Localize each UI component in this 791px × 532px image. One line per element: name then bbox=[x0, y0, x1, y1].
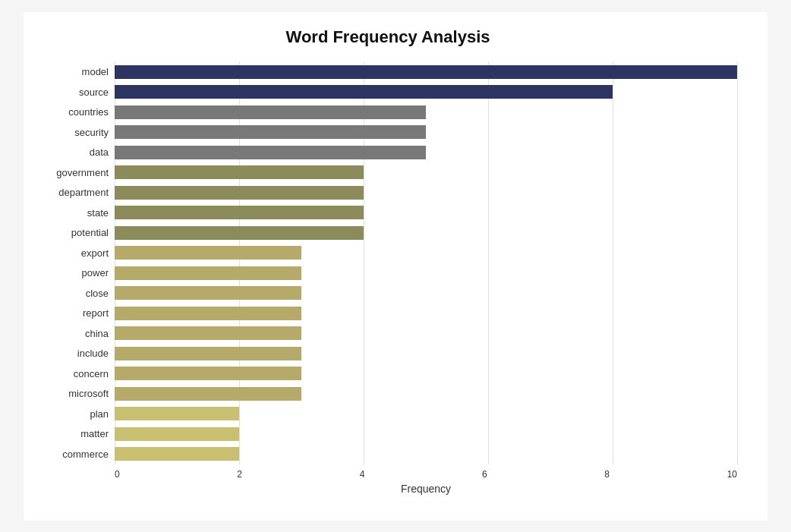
bar-row-data bbox=[115, 144, 737, 161]
bar-row-department bbox=[115, 184, 737, 201]
bar-row-security bbox=[115, 124, 737, 140]
bar-potential bbox=[115, 226, 364, 240]
y-label-data: data bbox=[39, 147, 109, 157]
y-label-power: power bbox=[39, 268, 109, 278]
y-label-countries: countries bbox=[39, 107, 109, 117]
bar-row-source bbox=[115, 83, 737, 100]
bar-commerce bbox=[115, 447, 239, 461]
bar-department bbox=[115, 186, 364, 200]
grid-line-2 bbox=[239, 62, 240, 464]
grid-line-6 bbox=[488, 62, 489, 464]
bar-close bbox=[115, 286, 301, 300]
bar-matter bbox=[115, 427, 239, 441]
y-label-microsoft: microsoft bbox=[39, 389, 109, 398]
y-label-state: state bbox=[39, 208, 109, 218]
chart-title: Word Frequency Analysis bbox=[39, 27, 737, 47]
chart-container: Word Frequency Analysis modelsourcecount… bbox=[24, 12, 767, 521]
bar-china bbox=[115, 326, 301, 340]
bar-row-export bbox=[115, 244, 737, 261]
y-label-include: include bbox=[39, 348, 109, 358]
x-ticks: 0246810 bbox=[115, 469, 737, 480]
chart-area: modelsourcecountriessecuritydatagovernme… bbox=[39, 62, 737, 464]
bar-government bbox=[115, 165, 364, 179]
y-label-china: china bbox=[39, 329, 109, 338]
bar-power bbox=[115, 266, 301, 280]
bar-row-state bbox=[115, 204, 737, 221]
bar-row-close bbox=[115, 285, 737, 301]
y-axis: modelsourcecountriessecuritydatagovernme… bbox=[39, 62, 115, 464]
y-label-security: security bbox=[39, 127, 109, 137]
y-label-matter: matter bbox=[39, 429, 109, 439]
bar-row-plan bbox=[115, 405, 737, 422]
y-label-close: close bbox=[39, 288, 109, 298]
y-label-potential: potential bbox=[39, 228, 109, 238]
bar-microsoft bbox=[115, 387, 301, 401]
bar-countries bbox=[115, 105, 426, 119]
x-tick-0: 0 bbox=[115, 469, 120, 480]
bar-source bbox=[115, 85, 613, 99]
bar-plan bbox=[115, 407, 239, 420]
y-label-department: department bbox=[39, 187, 109, 197]
bar-export bbox=[115, 246, 301, 260]
bar-include bbox=[115, 347, 301, 360]
y-label-report: report bbox=[39, 308, 109, 318]
x-tick-10: 10 bbox=[727, 469, 737, 480]
bar-row-matter bbox=[115, 426, 737, 442]
grid-line-8 bbox=[613, 62, 613, 464]
bar-concern bbox=[115, 367, 301, 380]
bar-row-concern bbox=[115, 365, 737, 382]
bar-security bbox=[115, 125, 426, 139]
y-label-source: source bbox=[39, 87, 109, 97]
bar-row-report bbox=[115, 305, 737, 322]
x-axis: 0246810Frequency bbox=[115, 469, 737, 495]
grid-line-4 bbox=[364, 62, 364, 464]
bar-row-potential bbox=[115, 225, 737, 241]
bar-row-power bbox=[115, 265, 737, 282]
x-tick-8: 8 bbox=[604, 469, 610, 480]
grid-line-0 bbox=[115, 62, 115, 464]
y-label-model: model bbox=[39, 67, 109, 77]
y-label-government: government bbox=[39, 168, 109, 178]
bar-model bbox=[115, 65, 737, 79]
bar-row-countries bbox=[115, 104, 737, 121]
bar-row-model bbox=[115, 64, 737, 80]
bar-data bbox=[115, 146, 426, 159]
bar-row-commerce bbox=[115, 445, 737, 462]
y-label-commerce: commerce bbox=[39, 449, 109, 459]
x-tick-4: 4 bbox=[360, 469, 365, 480]
y-label-plan: plan bbox=[39, 409, 109, 419]
bar-state bbox=[115, 206, 364, 219]
y-label-export: export bbox=[39, 248, 109, 258]
bar-row-include bbox=[115, 345, 737, 362]
x-tick-6: 6 bbox=[482, 469, 487, 480]
bars-area: 0246810Frequency bbox=[115, 62, 737, 464]
y-label-concern: concern bbox=[39, 369, 109, 379]
bar-report bbox=[115, 307, 301, 320]
bar-row-microsoft bbox=[115, 386, 737, 402]
x-axis-label: Frequency bbox=[115, 483, 737, 495]
x-tick-2: 2 bbox=[237, 469, 242, 480]
grid-line-10 bbox=[737, 62, 738, 464]
bar-row-china bbox=[115, 325, 737, 342]
bar-row-government bbox=[115, 164, 737, 181]
